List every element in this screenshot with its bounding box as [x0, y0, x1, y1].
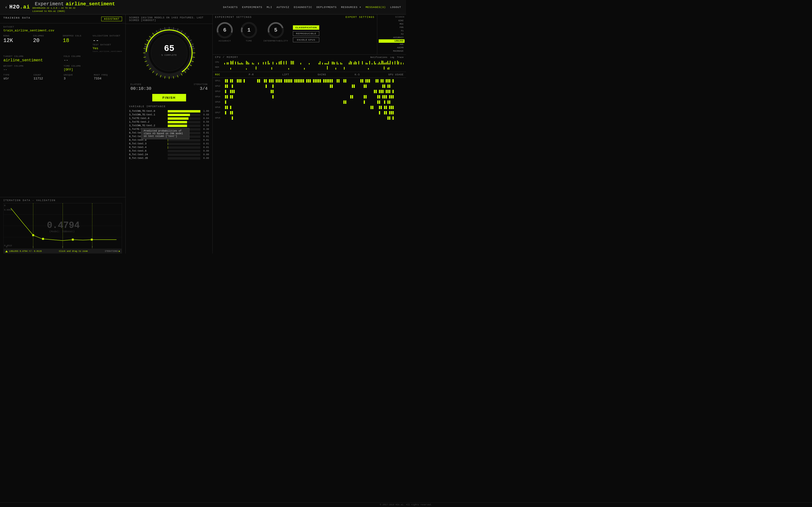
svg-rect-302: [386, 95, 387, 99]
scorer-item-auc[interactable]: AUC: [379, 43, 405, 46]
svg-rect-280: [374, 90, 375, 93]
var-bar-container-11: [168, 150, 200, 152]
tab-gains[interactable]: GAINS: [318, 73, 326, 76]
var-name-12: 0_Txt:text.24: [129, 153, 168, 156]
tab-lift[interactable]: LIFT: [282, 73, 289, 76]
svg-rect-203: [239, 79, 240, 82]
rows-value: 12K: [3, 38, 31, 44]
var-bar-3: [168, 121, 187, 123]
svg-rect-318: [370, 106, 372, 109]
svg-rect-18: [72, 238, 74, 240]
svg-rect-303: [389, 95, 390, 99]
enable-gpus-button[interactable]: ENABLE GPUS: [293, 38, 319, 42]
svg-rect-102: [284, 61, 284, 64]
scorer-item-gini[interactable]: GINI: [379, 19, 405, 22]
svg-rect-185: [271, 67, 272, 69]
svg-rect-75: [224, 63, 225, 64]
tab-roc[interactable]: ROC: [215, 73, 220, 76]
test-dataset-value: Yes: [93, 47, 122, 50]
svg-rect-151: [398, 62, 399, 64]
stat-count: COUNT 11712: [34, 74, 62, 80]
expert-settings-title: EXPERT SETTINGS: [346, 16, 374, 18]
iteration-block: ITERATION 3/4: [194, 83, 208, 91]
classification-button[interactable]: CLASSIFICATION: [293, 25, 319, 30]
nav-experiments[interactable]: EXPERIMENTS: [242, 6, 262, 9]
var-bar-container-4: [168, 125, 200, 127]
header: ‹ H2O.ai Experiment airline_sentiment DR…: [0, 0, 406, 14]
nav-mli[interactable]: MLI: [266, 6, 272, 9]
svg-rect-85: [241, 62, 242, 64]
var-name-13: 0_Txt:text.35: [129, 157, 168, 160]
svg-rect-294: [350, 95, 351, 99]
svg-rect-225: [299, 79, 301, 82]
svg-rect-101: [281, 61, 282, 64]
svg-rect-209: [266, 79, 267, 82]
scorer-item-f05[interactable]: F05: [379, 26, 405, 29]
stat-validation: VALIDATION DATASET -- TEST DATASET Yes t…: [93, 35, 122, 53]
svg-text:1: 1: [247, 27, 250, 33]
svg-rect-81: [235, 62, 236, 64]
trace-link[interactable]: Trace: [397, 56, 404, 59]
dials-row: 6 ACCURACY 1 TIME: [215, 20, 374, 42]
mem-row-label: MEM: [215, 66, 222, 68]
svg-rect-259: [225, 84, 226, 88]
svg-rect-76: [227, 62, 227, 64]
fold-value: --: [64, 58, 122, 62]
svg-rect-323: [386, 106, 387, 109]
svg-text:0: 0: [4, 204, 5, 207]
logo-text: H2O.ai: [9, 4, 30, 10]
svg-rect-193: [388, 68, 388, 69]
iteration-chart[interactable]: 0 1 2 3 0 0.6693 0.4513: [3, 203, 122, 249]
gpu-bars-gpu8: [225, 116, 404, 120]
assistant-button[interactable]: ASSISTANT: [101, 17, 122, 21]
finish-button[interactable]: FINISH: [152, 94, 186, 101]
svg-text:65: 65: [164, 44, 174, 54]
gauge-svg: 65 % COMPLETE: [143, 26, 196, 79]
svg-rect-213: [276, 79, 277, 82]
svg-rect-320: [379, 106, 380, 109]
svg-rect-205: [244, 79, 245, 82]
scorer-item-mcc[interactable]: MCC: [379, 22, 405, 26]
svg-rect-104: [291, 61, 292, 64]
scorer-item-f1[interactable]: F1: [379, 29, 405, 33]
mem-gauge-label: MEM: [190, 46, 194, 48]
notifications-link[interactable]: Notifications: [370, 56, 388, 59]
var-name-1: 3_TxtCNN_TE:text.1: [129, 113, 168, 116]
reproducible-button[interactable]: REPRODUCIBLE: [293, 31, 319, 36]
svg-rect-137: [378, 63, 378, 64]
tab-ks[interactable]: K-S: [355, 73, 360, 76]
nav-datasets[interactable]: DATASETS: [223, 6, 238, 9]
var-bar-0: [168, 110, 200, 113]
scorer-item-accuracy[interactable]: ACCURACY: [379, 36, 405, 39]
svg-rect-143: [385, 63, 386, 64]
scorer-item-aucpr[interactable]: AUCPR: [379, 46, 405, 50]
gpu-label-gpu7: GPU7: [215, 112, 223, 114]
tab-pr[interactable]: P-R: [249, 73, 254, 76]
nav-logout[interactable]: LOGOUT: [390, 6, 401, 9]
svg-rect-235: [320, 79, 321, 82]
nav-diagnostic[interactable]: DIAGNOSTIC: [294, 6, 312, 9]
svg-rect-152: [401, 62, 401, 64]
svg-rect-239: [328, 79, 329, 82]
cpu-memory-section: CPU / MEMORY Notifications Log Trace CPU: [213, 55, 406, 72]
log-link[interactable]: Log: [390, 56, 394, 59]
scorer-item-macroauc[interactable]: MACROAUC: [379, 50, 405, 53]
nav-autoviz[interactable]: AUTOVIZ: [276, 6, 289, 9]
svg-rect-134: [372, 63, 372, 64]
var-value-9: 0.01: [202, 143, 209, 145]
scorer-item-f2[interactable]: F2: [379, 33, 405, 36]
svg-rect-305: [393, 95, 394, 99]
svg-rect-93: [263, 62, 264, 64]
nav-deployments[interactable]: DEPLOYMENTS: [317, 6, 337, 9]
svg-rect-241: [332, 79, 333, 82]
back-arrow-icon[interactable]: ‹: [5, 5, 7, 10]
nav-messages[interactable]: MESSAGES(3): [366, 6, 386, 9]
svg-rect-120: [338, 63, 339, 64]
tab-gpu-usage[interactable]: GPU USAGE: [388, 73, 404, 76]
nav-resources[interactable]: RESOURCES ▾: [341, 6, 361, 9]
scorer-item-logloss[interactable]: LOGLOSS: [379, 39, 405, 43]
iteration-label: ITERATION: [194, 83, 208, 86]
header-left: ‹ H2O.ai Experiment airline_sentiment DR…: [5, 1, 115, 13]
svg-rect-84: [240, 63, 241, 64]
svg-rect-112: [324, 63, 325, 64]
